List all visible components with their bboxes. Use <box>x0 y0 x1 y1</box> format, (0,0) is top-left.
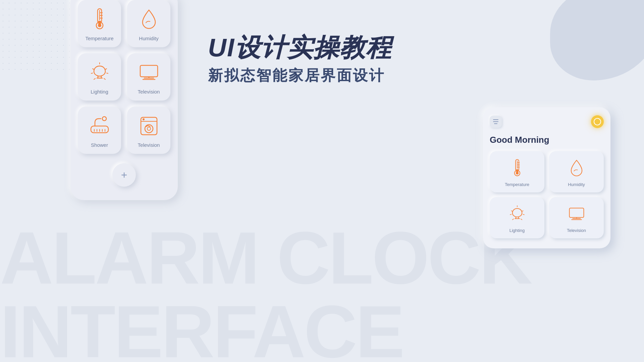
shower-icon <box>88 114 111 137</box>
main-title: UI设计实操教程 <box>208 34 392 62</box>
device-card-humidity[interactable]: Humidity <box>127 0 170 47</box>
menu-line-2 <box>493 121 498 122</box>
mini-thermometer-icon <box>507 158 527 178</box>
humidity-label: Humidity <box>139 36 158 41</box>
card-top-bar <box>490 115 604 128</box>
svg-point-23 <box>102 117 106 121</box>
device-row-1: Temperature Humidity <box>78 0 170 47</box>
svg-line-46 <box>511 211 512 212</box>
device-card-lighting[interactable]: Lighting <box>78 53 121 101</box>
tv1-label: Television <box>138 89 160 95</box>
device-row-3: Shower Television <box>78 107 170 154</box>
washer-icon <box>137 114 161 137</box>
svg-rect-52 <box>569 208 584 218</box>
svg-line-14 <box>91 73 93 73</box>
mini-lamp-icon <box>507 204 527 224</box>
mini-card-lighting[interactable]: Lighting <box>490 197 544 238</box>
mini-tv-icon <box>567 204 587 224</box>
device-card-washer[interactable]: Television <box>127 107 170 154</box>
bg-blob <box>550 0 644 80</box>
svg-line-48 <box>510 215 511 215</box>
svg-line-15 <box>107 73 108 73</box>
svg-rect-41 <box>516 169 518 174</box>
lighting-label: Lighting <box>91 89 108 95</box>
mini-humidity-label: Humidity <box>568 182 585 187</box>
mini-drop-icon <box>567 158 587 178</box>
svg-line-49 <box>523 215 524 215</box>
svg-rect-18 <box>140 65 158 77</box>
svg-line-12 <box>93 69 94 69</box>
mini-lighting-label: Lighting <box>509 228 525 233</box>
mini-card-temperature[interactable]: Temperature <box>490 151 544 192</box>
temperature-label: Temperature <box>85 36 113 41</box>
menu-line-3 <box>494 123 497 124</box>
device-row-2: Lighting Television <box>78 53 170 101</box>
device-card-tv1[interactable]: Television <box>127 53 170 101</box>
device-grid: Temperature Humidity <box>490 151 604 238</box>
sun-icon <box>591 115 604 128</box>
main-subtitle: 新拟态智能家居界面设计 <box>208 66 392 85</box>
mini-card-humidity[interactable]: Humidity <box>549 151 604 192</box>
center-text-block: UI设计实操教程 新拟态智能家居界面设计 <box>208 34 392 85</box>
menu-button[interactable] <box>490 116 502 128</box>
drop-icon <box>137 7 161 31</box>
bg-dots <box>0 0 74 74</box>
svg-line-47 <box>522 211 523 212</box>
svg-line-17 <box>104 78 105 79</box>
washer-label: Television <box>138 142 160 148</box>
device-card-temperature[interactable]: Temperature <box>78 0 121 47</box>
svg-line-13 <box>105 69 107 69</box>
right-mobile-card: Good Morning Temperature <box>483 107 610 248</box>
add-button[interactable]: + <box>112 163 136 187</box>
svg-line-51 <box>521 219 522 220</box>
svg-point-33 <box>147 127 151 130</box>
svg-line-16 <box>94 78 95 79</box>
lamp-icon <box>88 61 111 84</box>
bg-watermark: ALARM CLOCKINTERFACE <box>0 221 531 362</box>
greeting-text: Good Morning <box>490 135 604 145</box>
svg-rect-7 <box>98 21 101 26</box>
thermometer-icon <box>88 7 111 31</box>
mini-tv-label: Television <box>567 228 586 233</box>
svg-point-31 <box>143 118 145 120</box>
mini-temperature-label: Temperature <box>505 182 529 187</box>
shower-label: Shower <box>91 142 108 148</box>
tv-icon <box>137 61 161 84</box>
svg-line-50 <box>512 219 513 220</box>
left-device-panel: Temperature Humidity <box>70 0 178 200</box>
menu-line-1 <box>493 119 498 120</box>
mini-card-tv[interactable]: Television <box>549 197 604 238</box>
sun-core <box>594 118 601 125</box>
device-card-shower[interactable]: Shower <box>78 107 121 154</box>
